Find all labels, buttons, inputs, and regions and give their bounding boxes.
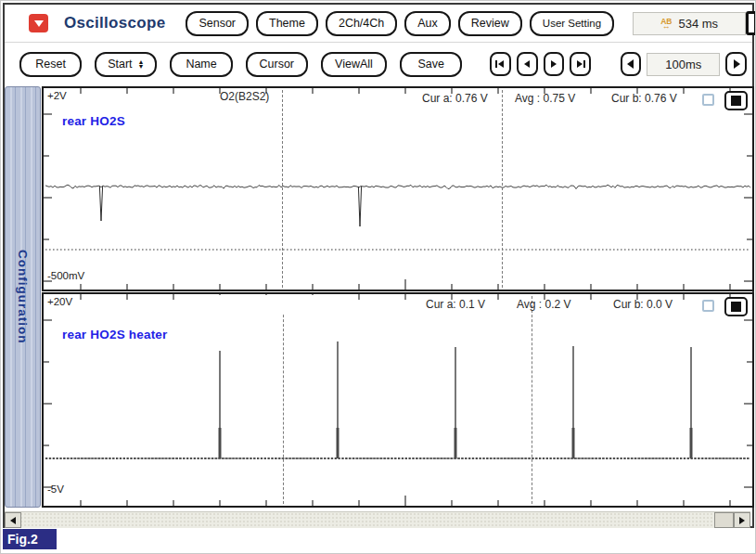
aux-button[interactable]: Aux	[404, 11, 451, 36]
step-forward-button[interactable]	[544, 52, 565, 76]
step-forward-icon	[547, 58, 560, 71]
scroll-right-button[interactable]	[734, 512, 750, 528]
channel-1-cursor-b-line[interactable]	[502, 90, 503, 288]
channel-1-annotation: rear HO2S	[62, 114, 125, 128]
scroll-left-button[interactable]	[5, 512, 21, 528]
arrow-right-icon	[739, 517, 745, 524]
figure-label: Fig.2	[3, 529, 57, 549]
viewall-button[interactable]: ViewAll	[321, 52, 387, 77]
chevron-down-icon	[34, 20, 44, 27]
channel-1-bottom-voltage-label: -500mV	[47, 270, 84, 281]
step-back-icon	[520, 58, 533, 71]
channel-1-cursor-a-line[interactable]	[282, 90, 283, 288]
filled-square-icon	[731, 96, 741, 106]
increase-timebase-icon	[731, 58, 742, 70]
step-back-button[interactable]	[517, 52, 538, 76]
blank-label-overlay	[218, 295, 327, 315]
channel-1-signal-name: O2(B2S2)	[220, 90, 269, 103]
cursor-button[interactable]: Cursor	[246, 52, 308, 77]
channel-1-cursor-a-value: Cur a: 0.76 V	[422, 92, 488, 105]
decrease-timebase-icon	[625, 58, 636, 70]
configuration-tab[interactable]: Configuration	[5, 86, 41, 508]
channel-2-bottom-voltage-label: -5V	[47, 483, 64, 495]
ab-cursor-time-icon: AB ↔	[660, 19, 672, 29]
sensor-button[interactable]: Sensor	[186, 11, 249, 36]
toolbar-separator	[5, 42, 752, 43]
skip-to-end-icon	[574, 58, 587, 71]
channel-2-top-voltage-label: +20V	[47, 296, 72, 307]
user-setting-button[interactable]: User Setting	[530, 11, 614, 36]
skip-to-start-button[interactable]	[490, 52, 511, 76]
channel-1-checkbox[interactable]	[702, 94, 714, 106]
skip-to-end-button[interactable]	[570, 52, 591, 76]
timebase-value: 100ms	[647, 53, 720, 76]
channel-2-waveform	[44, 294, 752, 506]
configuration-tab-label: Configuration	[16, 250, 30, 343]
reset-button[interactable]: Reset	[19, 52, 82, 77]
channel-2-cursor-b-line[interactable]	[532, 296, 532, 504]
title-toolbar: Oscilloscope Sensor Theme 2Ch/4Ch Aux Re…	[5, 5, 752, 42]
up-down-spinner-icon: ▲▼	[138, 59, 145, 69]
control-toolbar: Reset Start ▲▼ Name Cursor ViewAll Save	[5, 44, 752, 84]
channel-2-avg-value: Avg : 0.2 V	[517, 298, 570, 311]
oscilloscope-window: Oscilloscope Sensor Theme 2Ch/4Ch Aux Re…	[0, 0, 756, 554]
channel-2-cursor-a-value: Cur a: 0.1 V	[426, 298, 485, 311]
ab-time-value: 534 ms	[678, 17, 718, 31]
list-menu-icon[interactable]	[746, 11, 756, 35]
channel-1-avg-value: Avg : 0.75 V	[515, 92, 575, 105]
start-button[interactable]: Start ▲▼	[95, 52, 157, 77]
channel-2-annotation: rear HO2S heater	[62, 328, 168, 341]
channel-1-plot: +2V O2(B2S2) Cur a: 0.76 V Avg : 0.75 V …	[42, 86, 754, 291]
horizontal-scrollbar[interactable]	[5, 511, 750, 528]
app-menu-button[interactable]	[29, 14, 48, 32]
ab-time-readout[interactable]: AB ↔ 534 ms	[633, 12, 746, 35]
skip-to-start-icon	[493, 58, 506, 71]
channel-1-cursor-b-value: Cur b: 0.76 V	[611, 92, 677, 105]
channel-mode-button[interactable]: 2Ch/4Ch	[326, 11, 397, 36]
app-title: Oscilloscope	[64, 14, 165, 32]
channel-2-cursor-a-line[interactable]	[283, 296, 284, 504]
channel-2-checkbox[interactable]	[702, 300, 714, 312]
arrow-left-icon	[10, 517, 16, 524]
timebase-increase-button[interactable]	[725, 52, 747, 76]
channel-1-top-voltage-label: +2V	[47, 90, 67, 101]
channel-2-cursor-b-value: Cur b: 0.0 V	[613, 298, 673, 311]
timebase-decrease-button[interactable]	[621, 52, 642, 76]
channel-1-display-button[interactable]	[724, 91, 748, 110]
channel-1-waveform	[44, 88, 752, 290]
channel-2-display-button[interactable]	[724, 297, 748, 316]
channel-2-plot: +20V Cur a: 0.1 V Avg : 0.2 V Cur b: 0.0…	[42, 292, 754, 508]
scrollbar-thumb[interactable]	[714, 512, 734, 528]
name-button[interactable]: Name	[170, 52, 232, 77]
filled-square-icon	[731, 302, 741, 312]
save-button[interactable]: Save	[400, 52, 462, 77]
theme-button[interactable]: Theme	[256, 11, 318, 36]
review-button[interactable]: Review	[458, 11, 522, 36]
